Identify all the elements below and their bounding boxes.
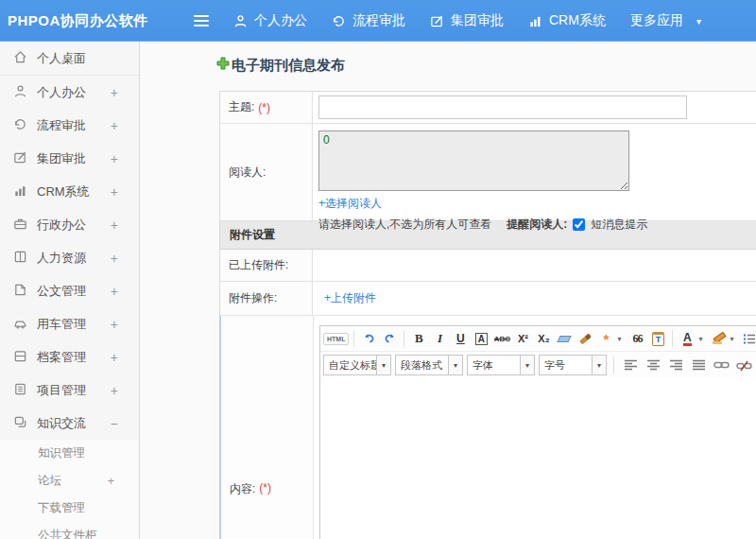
align-left-icon[interactable] xyxy=(621,356,640,374)
font-size-dropdown[interactable]: 字号 ▾ xyxy=(539,355,607,375)
sidebar-item-workflow-approval[interactable]: 流程审批 + xyxy=(0,109,139,142)
expand-plus-icon[interactable]: + xyxy=(111,85,118,100)
expand-plus-icon[interactable]: + xyxy=(111,118,118,133)
subscript-button[interactable]: X₂ xyxy=(534,329,553,348)
source-code-button[interactable]: HTML xyxy=(323,329,349,348)
editor-content-area[interactable] xyxy=(320,378,756,539)
align-right-icon[interactable] xyxy=(666,356,685,374)
remove-format-eraser-icon[interactable] xyxy=(555,329,574,348)
superscript-button[interactable]: X² xyxy=(513,329,532,348)
custom-title-dropdown[interactable]: 自定义标题 ▾ xyxy=(323,355,391,375)
unlink-icon[interactable] xyxy=(734,356,753,374)
main-content: 电子期刊信息发布 主题: (*) 阅读人: 0 +选择阅读人 xyxy=(141,42,756,539)
ordered-list-icon[interactable] xyxy=(740,329,756,348)
history-icon xyxy=(332,14,346,28)
readers-textarea[interactable]: 0 xyxy=(318,130,629,191)
choose-readers-link[interactable]: +选择阅读人 xyxy=(318,197,382,210)
paste-plain-text-icon[interactable]: T xyxy=(648,329,667,348)
blockquote-button[interactable]: 66 xyxy=(627,329,646,348)
publish-form: 主题: (*) 阅读人: 0 +选择阅读人 请选择阅读人,不选为所有人可查看 提… xyxy=(219,91,756,539)
expand-plus-icon[interactable]: + xyxy=(111,184,118,200)
top-navbar: PHPOA协同办公软件 个人办公 流程审批 集团审批 CRM系统 xyxy=(0,0,756,42)
format-painter-brush-icon[interactable] xyxy=(576,329,594,348)
editor-toolbar-row1: HTML B I U A ABC X² xyxy=(320,326,756,352)
sms-notify-checkbox[interactable] xyxy=(573,218,585,231)
sidebar-subitem-downloads[interactable]: 下载管理 xyxy=(0,495,139,522)
expand-plus-icon[interactable]: + xyxy=(111,284,118,299)
chevron-down-icon[interactable]: ▾ xyxy=(696,16,701,26)
sidebar-subitem-forum[interactable]: 论坛 + xyxy=(0,467,139,495)
font-border-button[interactable]: A xyxy=(472,329,490,348)
expand-plus-icon[interactable]: + xyxy=(111,383,118,398)
chevron-down-icon: ▾ xyxy=(520,356,534,374)
subject-input[interactable] xyxy=(318,96,687,119)
user-icon xyxy=(233,14,248,28)
collapse-minus-icon[interactable]: − xyxy=(111,416,118,431)
align-justify-icon[interactable] xyxy=(689,356,708,374)
book-icon xyxy=(13,250,27,267)
chevron-down-icon[interactable]: ▾ xyxy=(617,335,626,343)
subject-row: 主题: (*) xyxy=(220,92,756,124)
upload-attachment-link[interactable]: +上传附件 xyxy=(324,290,376,306)
attachment-operation-row: 附件操作: +上传附件 xyxy=(220,282,756,316)
sidebar-item-vehicles[interactable]: 用车管理 + xyxy=(0,307,139,340)
edit-icon xyxy=(430,14,444,28)
sidebar-subitem-knowledge-mgmt[interactable]: 知识管理 xyxy=(0,440,139,467)
font-color-button[interactable]: A xyxy=(678,329,696,348)
sidebar-subitem-public-cabinet[interactable]: 公共文件柜 xyxy=(0,522,139,539)
expand-plus-icon[interactable]: + xyxy=(111,151,118,166)
sidebar-item-group-approval[interactable]: 集团审批 + xyxy=(0,142,139,175)
project-icon xyxy=(13,382,27,399)
sidebar-item-documents[interactable]: 公文管理 + xyxy=(0,274,139,307)
sidebar-item-projects[interactable]: 项目管理 + xyxy=(0,374,139,407)
sidebar-item-archives[interactable]: 档案管理 + xyxy=(0,340,139,374)
sidebar-item-knowledge[interactable]: 知识交流 − xyxy=(0,407,139,440)
page-title-bar: 电子期刊信息发布 xyxy=(216,55,756,76)
sidebar-item-crm[interactable]: CRM系统 + xyxy=(0,175,139,208)
nav-item-workflow-approval[interactable]: 流程审批 xyxy=(332,12,405,29)
expand-plus-icon[interactable]: + xyxy=(111,251,118,266)
strikethrough-button[interactable]: ABC xyxy=(492,329,511,348)
required-mark: (*) xyxy=(259,481,271,495)
chevron-down-icon: ▾ xyxy=(592,356,606,374)
expand-plus-icon[interactable]: + xyxy=(111,217,118,233)
sidebar: 个人桌面 个人办公 + 流程审批 + 集团审批 + CRM系统 + 行政办公 + xyxy=(0,42,140,539)
sidebar-item-hr[interactable]: 人力资源 + xyxy=(0,241,139,274)
sidebar-item-admin-office[interactable]: 行政办公 + xyxy=(0,208,139,241)
align-center-icon[interactable] xyxy=(644,356,662,374)
bold-button[interactable]: B xyxy=(409,329,428,348)
uploaded-attachments-row: 已上传附件: xyxy=(220,250,756,282)
sidebar-item-personal-office[interactable]: 个人办公 + xyxy=(0,76,139,109)
expand-plus-icon[interactable]: + xyxy=(111,350,118,365)
expand-plus-icon[interactable]: + xyxy=(107,474,114,488)
readers-label: 阅读人: xyxy=(229,165,266,181)
editor-toolbar-row2: 自定义标题 ▾ 段落格式 ▾ 字体 ▾ 字号 ▾ xyxy=(320,352,756,378)
edit-icon xyxy=(13,150,27,167)
auto-typeset-wand-icon[interactable]: * xyxy=(596,329,615,348)
nav-item-personal-office[interactable]: 个人办公 xyxy=(233,12,307,29)
required-mark: (*) xyxy=(258,101,270,114)
italic-button[interactable]: I xyxy=(430,329,449,348)
expand-plus-icon[interactable]: + xyxy=(111,317,118,332)
link-icon[interactable] xyxy=(712,356,730,374)
add-plus-icon xyxy=(216,57,230,74)
sidebar-item-desktop[interactable]: 个人桌面 xyxy=(0,42,139,76)
hamburger-menu-icon[interactable] xyxy=(194,15,209,26)
nav-item-more-apps[interactable]: 更多应用 xyxy=(630,12,683,29)
underline-button[interactable]: U xyxy=(451,329,470,348)
chart-icon xyxy=(528,14,542,28)
font-family-dropdown[interactable]: 字体 ▾ xyxy=(467,355,535,375)
chevron-down-icon: ▾ xyxy=(448,356,462,374)
nav-item-crm[interactable]: CRM系统 xyxy=(528,12,606,29)
attachment-operation-label: 附件操作: xyxy=(229,290,277,306)
chevron-down-icon[interactable]: ▾ xyxy=(730,335,738,343)
content-row: 内容: (*) HTML B xyxy=(219,316,756,539)
paragraph-format-dropdown[interactable]: 段落格式 ▾ xyxy=(395,355,463,375)
nav-item-group-approval[interactable]: 集团审批 xyxy=(430,12,504,29)
toolbar-separator xyxy=(672,330,673,347)
highlight-marker-icon[interactable] xyxy=(709,329,728,348)
undo-icon[interactable] xyxy=(359,329,378,348)
redo-icon[interactable] xyxy=(380,329,399,348)
app-logo: PHPOA协同办公软件 xyxy=(8,0,148,42)
chevron-down-icon[interactable]: ▾ xyxy=(698,335,707,343)
